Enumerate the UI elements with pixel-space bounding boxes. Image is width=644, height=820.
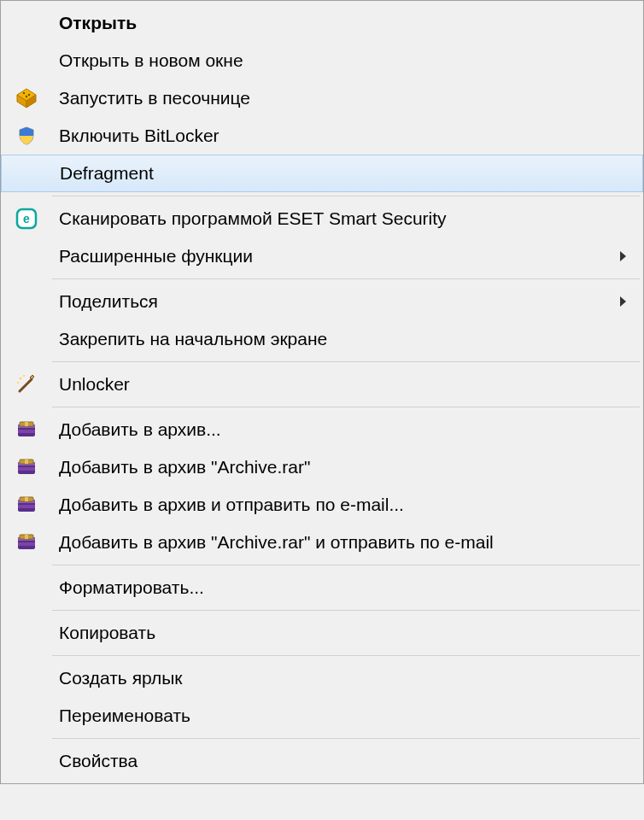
winrar-icon: [1, 524, 52, 561]
menu-item-label: Открыть: [52, 13, 633, 33]
menu-item[interactable]: Создать ярлык: [1, 659, 643, 697]
menu-item[interactable]: Переименовать: [1, 697, 643, 735]
menu-separator: [52, 407, 640, 407]
menu-separator: [52, 738, 640, 739]
winrar-icon: [1, 411, 52, 448]
menu-item-label: Форматировать...: [52, 577, 633, 598]
icon-slot-empty: [1, 742, 52, 780]
svg-rect-27: [25, 497, 28, 501]
menu-item[interactable]: eСканировать программой ESET Smart Secur…: [1, 200, 643, 237]
chevron-right-icon: [620, 251, 626, 261]
eset-icon: e: [1, 200, 52, 237]
svg-rect-32: [25, 535, 28, 539]
menu-item[interactable]: Расширенные функции: [1, 237, 643, 275]
menu-item-label: Добавить в архив "Archive.rar": [52, 457, 633, 477]
menu-item-label: Defragment: [53, 163, 632, 184]
menu-item-label: Копировать: [52, 623, 633, 643]
svg-point-4: [28, 94, 30, 96]
menu-separator: [52, 278, 640, 279]
menu-separator: [52, 361, 640, 362]
menu-item-label: Свойства: [52, 751, 633, 771]
svg-point-10: [20, 378, 21, 379]
menu-item-label: Unlocker: [52, 374, 633, 395]
icon-slot-empty: [1, 569, 52, 606]
menu-item-label: Включить BitLocker: [52, 126, 633, 146]
menu-item-label: Добавить в архив "Archive.rar" и отправи…: [52, 532, 633, 553]
svg-point-12: [17, 382, 19, 384]
svg-line-8: [20, 379, 32, 391]
menu-item[interactable]: Закрепить на начальном экране: [1, 320, 643, 358]
svg-point-5: [26, 96, 27, 97]
icon-slot-empty: [1, 283, 52, 320]
menu-item-label: Запустить в песочнице: [52, 88, 633, 108]
wand-icon: [1, 366, 52, 403]
svg-rect-25: [18, 505, 35, 508]
shield-icon: [1, 117, 52, 155]
menu-item[interactable]: Добавить в архив "Archive.rar": [1, 448, 643, 486]
icon-slot-empty: [1, 42, 52, 79]
winrar-icon: [1, 448, 52, 486]
menu-item-label: Переименовать: [52, 706, 633, 726]
menu-separator: [52, 565, 640, 565]
menu-separator: [52, 655, 640, 656]
menu-item-label: Закрепить на начальном экране: [52, 329, 633, 349]
svg-text:e: e: [23, 212, 30, 226]
svg-rect-15: [18, 430, 35, 433]
icon-slot-empty: [1, 320, 52, 358]
svg-point-3: [23, 92, 25, 94]
menu-item[interactable]: Unlocker: [1, 366, 643, 403]
svg-point-11: [23, 375, 25, 377]
menu-item-label: Поделиться: [52, 291, 620, 312]
svg-rect-17: [25, 422, 28, 426]
menu-separator: [52, 196, 640, 196]
icon-slot-empty: [1, 614, 52, 652]
icon-slot-empty: [1, 659, 52, 697]
svg-rect-20: [18, 467, 35, 471]
menu-separator: [52, 610, 640, 611]
menu-item[interactable]: Поделиться: [1, 283, 643, 320]
svg-rect-22: [25, 460, 28, 464]
sandbox-icon: [1, 79, 52, 117]
menu-item[interactable]: Добавить в архив и отправить по e-mail..…: [1, 486, 643, 524]
menu-item[interactable]: Свойства: [1, 742, 643, 780]
menu-item-label: Добавить в архив и отправить по e-mail..…: [52, 495, 633, 515]
context-menu: ОткрытьОткрыть в новом окнеЗапустить в п…: [0, 0, 644, 784]
menu-item-label: Расширенные функции: [52, 246, 620, 266]
icon-slot-empty: [2, 155, 53, 191]
menu-item[interactable]: Добавить в архив "Archive.rar" и отправи…: [1, 524, 643, 561]
menu-item-label: Добавить в архив...: [52, 419, 633, 440]
menu-item[interactable]: Копировать: [1, 614, 643, 652]
svg-marker-9: [30, 375, 34, 379]
winrar-icon: [1, 486, 52, 524]
menu-item[interactable]: Открыть в новом окне: [1, 42, 643, 79]
icon-slot-empty: [1, 237, 52, 275]
icon-slot-empty: [1, 4, 52, 42]
menu-item[interactable]: Добавить в архив...: [1, 411, 643, 448]
menu-item[interactable]: Запустить в песочнице: [1, 79, 643, 117]
menu-item[interactable]: Форматировать...: [1, 569, 643, 606]
menu-item-label: Открыть в новом окне: [52, 50, 633, 71]
svg-rect-30: [18, 542, 35, 546]
menu-item-label: Создать ярлык: [52, 668, 633, 688]
chevron-right-icon: [620, 296, 626, 307]
menu-item[interactable]: Defragment: [1, 155, 643, 192]
icon-slot-empty: [1, 697, 52, 735]
menu-item-label: Сканировать программой ESET Smart Securi…: [52, 208, 633, 229]
menu-item[interactable]: Включить BitLocker: [1, 117, 643, 155]
menu-item[interactable]: Открыть: [1, 4, 643, 42]
